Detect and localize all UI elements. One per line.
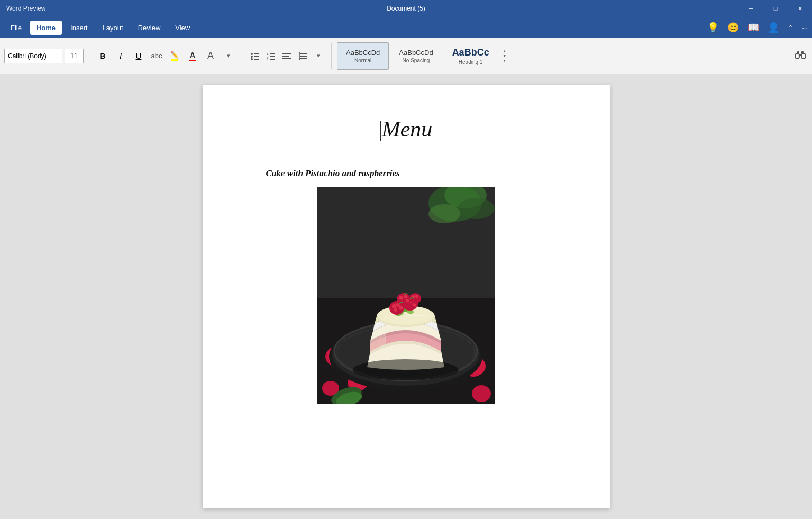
binoculars-icon <box>793 47 808 62</box>
ribbon: Calibri (Body) 11 B I U abc ✏️ A A ▾ <box>0 38 812 74</box>
svg-point-4 <box>251 58 253 60</box>
svg-rect-9 <box>270 56 275 57</box>
title-bar: Word Preview Document (5) ─ □ ✕ <box>0 0 812 17</box>
svg-rect-21 <box>797 51 799 54</box>
svg-point-0 <box>251 53 253 55</box>
heading1-style-preview: AaBbCc <box>452 47 489 58</box>
document-title[interactable]: Menu <box>380 117 433 141</box>
bullets-icon <box>250 51 260 61</box>
styles-dropdown-button[interactable]: ▲ ▼ ▼ <box>499 42 510 70</box>
document-area: Menu Cake with Pistachio and raspberries <box>0 74 812 519</box>
svg-rect-17 <box>300 58 307 59</box>
highlight-icon: ✏️ <box>170 51 179 61</box>
lightbulb-icon[interactable]: 💡 <box>707 22 719 33</box>
window-controls: ─ □ ✕ <box>739 0 812 17</box>
no-spacing-style-preview: AaBbCcDd <box>399 49 433 57</box>
more-font-dropdown[interactable]: ▾ <box>221 49 236 63</box>
styles-group: AaBbCcDd Normal AaBbCcDd No Spacing AaBb… <box>337 42 510 70</box>
smiley-icon[interactable]: 😊 <box>727 22 739 33</box>
document-page: Menu Cake with Pistachio and raspberries <box>203 85 610 508</box>
svg-rect-22 <box>801 51 804 54</box>
align-button[interactable] <box>279 49 294 63</box>
find-button[interactable] <box>793 47 808 65</box>
paragraph-more-button[interactable]: ▾ <box>311 49 326 63</box>
align-icon <box>282 51 291 61</box>
svg-point-31 <box>428 204 460 223</box>
normal-style-preview: AaBbCcDd <box>346 49 380 57</box>
menu-file[interactable]: File <box>4 21 28 35</box>
no-spacing-style-label: No Spacing <box>403 58 430 63</box>
numbering-icon: 1. 2. 3. <box>266 51 276 61</box>
ribbon-divider-1 <box>89 43 89 69</box>
svg-rect-16 <box>300 56 307 57</box>
book-icon[interactable]: 📖 <box>747 22 759 33</box>
highlight-button[interactable]: ✏️ <box>167 49 183 63</box>
font-size-value: 11 <box>70 52 77 60</box>
style-normal-button[interactable]: AaBbCcDd Normal <box>337 42 389 70</box>
font-name-box[interactable]: Calibri (Body) <box>4 49 62 63</box>
svg-rect-14 <box>282 58 291 59</box>
menu-right-icons: 💡 😊 📖 👤 ⌃ ··· <box>707 22 808 33</box>
more-styles-icon: ▲ ▼ ▼ <box>501 48 507 63</box>
person-icon[interactable]: 👤 <box>768 22 779 33</box>
font-color-button[interactable]: A <box>185 49 200 63</box>
font-effects-button[interactable]: A <box>203 49 218 63</box>
underline-button[interactable]: U <box>131 49 147 63</box>
line-spacing-icon <box>298 51 307 61</box>
document-title: Document (5) <box>387 5 425 12</box>
document-subtitle[interactable]: Cake with Pistachio and raspberries <box>266 168 400 179</box>
svg-rect-3 <box>254 56 259 57</box>
bullets-button[interactable] <box>248 49 262 63</box>
svg-point-2 <box>251 56 253 58</box>
menu-bar: File Home Insert Layout Review View 💡 😊 … <box>0 17 812 38</box>
line-spacing-button[interactable] <box>295 49 310 63</box>
svg-rect-1 <box>254 53 259 54</box>
menu-view[interactable]: View <box>169 21 196 35</box>
svg-point-71 <box>415 295 418 298</box>
svg-rect-20 <box>799 54 802 56</box>
style-no-spacing-button[interactable]: AaBbCcDd No Spacing <box>390 42 442 70</box>
heading1-style-label: Heading 1 <box>459 59 483 65</box>
svg-point-72 <box>353 359 459 380</box>
menu-review[interactable]: Review <box>132 21 167 35</box>
text-cursor <box>380 121 381 141</box>
svg-point-43 <box>472 385 491 402</box>
italic-button[interactable]: I <box>113 49 129 63</box>
minimize-button[interactable]: ─ <box>739 0 763 17</box>
svg-point-57 <box>392 304 396 308</box>
menu-layout[interactable]: Layout <box>96 21 130 35</box>
more-options-icon[interactable]: ··· <box>802 24 808 32</box>
svg-point-30 <box>458 198 495 219</box>
font-color-icon: A <box>189 51 196 61</box>
style-heading1-button[interactable]: AaBbCc Heading 1 <box>443 42 498 70</box>
app-title: Word Preview <box>6 5 45 12</box>
strikethrough-label: abc <box>151 52 162 60</box>
svg-point-68 <box>406 299 409 302</box>
numbering-button[interactable]: 1. 2. 3. <box>263 49 278 63</box>
cake-image <box>317 187 495 404</box>
cake-image-container <box>317 187 495 404</box>
strikethrough-button[interactable]: abc <box>149 49 165 63</box>
svg-rect-15 <box>300 53 307 54</box>
menu-home[interactable]: Home <box>30 21 62 35</box>
svg-rect-12 <box>282 53 291 54</box>
svg-point-59 <box>399 306 403 310</box>
svg-rect-5 <box>254 59 259 60</box>
paragraph-group: 1. 2. 3. ▾ <box>248 49 326 63</box>
svg-rect-7 <box>270 53 275 54</box>
normal-style-label: Normal <box>354 58 371 63</box>
svg-point-23 <box>796 55 798 57</box>
font-color-bar <box>189 60 196 61</box>
maximize-button[interactable]: □ <box>763 0 788 17</box>
menu-insert[interactable]: Insert <box>64 21 94 35</box>
font-size-box[interactable]: 11 <box>65 49 84 63</box>
bold-button[interactable]: B <box>95 49 111 63</box>
svg-point-67 <box>404 295 408 299</box>
svg-rect-13 <box>282 56 289 57</box>
ribbon-divider-3 <box>331 43 332 69</box>
close-button[interactable]: ✕ <box>788 0 812 17</box>
svg-point-66 <box>399 296 403 300</box>
ribbon-collapse-icon[interactable]: ⌃ <box>788 24 793 32</box>
svg-rect-11 <box>270 59 275 60</box>
font-effects-icon: A <box>207 50 214 61</box>
